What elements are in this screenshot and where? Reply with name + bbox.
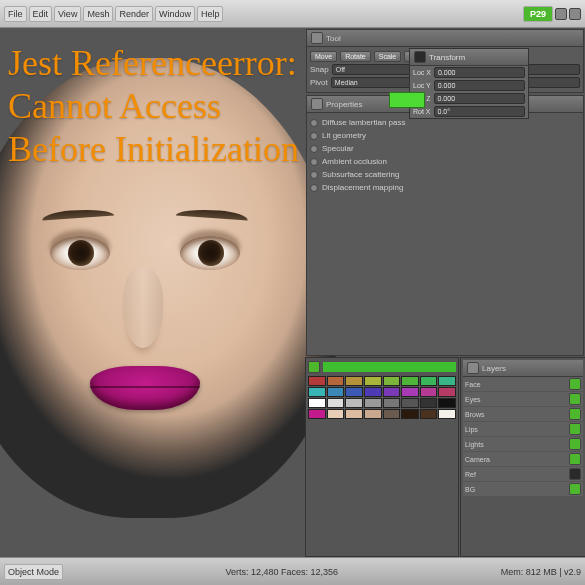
prop-label: Displacement mapping [322, 183, 403, 192]
color-swatch[interactable] [345, 376, 363, 386]
color-swatch[interactable] [308, 387, 326, 397]
color-swatch[interactable] [383, 398, 401, 408]
move-button[interactable]: Move [310, 51, 337, 62]
menu-window[interactable]: Window [155, 6, 195, 22]
color-swatch[interactable] [345, 398, 363, 408]
menu-mesh[interactable]: Mesh [83, 6, 113, 22]
layers-panel-header[interactable]: Layers [463, 360, 583, 377]
rot-x-field[interactable]: 0.0° [434, 106, 525, 117]
menu-file[interactable]: File [4, 6, 27, 22]
title-overlay: Jest Referenceerror: Cannot Access Befor… [8, 42, 299, 172]
menu-edit[interactable]: Edit [29, 6, 53, 22]
active-swatch-bar[interactable] [323, 362, 456, 372]
color-swatch[interactable] [401, 376, 419, 386]
color-swatch[interactable] [420, 409, 438, 419]
layer-row[interactable]: BG [463, 482, 583, 496]
active-marker[interactable] [389, 92, 425, 108]
prop-row[interactable]: Subsurface scattering [310, 168, 580, 181]
color-swatch[interactable] [364, 398, 382, 408]
color-swatch[interactable] [401, 398, 419, 408]
transform-panel[interactable]: Transform Loc X0.000 Loc Y0.000 Loc Z0.0… [409, 48, 529, 119]
prop-label: Lit geometry [322, 131, 366, 140]
title-line-3: Before Initialization [8, 128, 299, 171]
transform-panel-title: Transform [429, 53, 465, 62]
color-swatch[interactable] [383, 387, 401, 397]
color-swatch[interactable] [364, 376, 382, 386]
layer-row[interactable]: Eyes [463, 392, 583, 406]
eye-icon[interactable] [569, 423, 581, 435]
dot-icon [310, 145, 318, 153]
layers-panel-title: Layers [482, 364, 506, 373]
menu-help[interactable]: Help [197, 6, 224, 22]
tool-panel-header[interactable]: Tool [307, 30, 583, 47]
prop-row[interactable]: Specular [310, 142, 580, 155]
layer-name: Face [465, 381, 481, 388]
toolbar-badge[interactable]: P29 [523, 6, 553, 22]
menu-view[interactable]: View [54, 6, 81, 22]
loc-x-field[interactable]: 0.000 [434, 67, 525, 78]
eye-icon[interactable] [569, 438, 581, 450]
color-swatch[interactable] [420, 387, 438, 397]
palette-icon[interactable] [308, 361, 320, 373]
prop-label: Diffuse lambertian pass [322, 118, 405, 127]
prop-row[interactable]: Ambient occlusion [310, 155, 580, 168]
layer-name: Brows [465, 411, 484, 418]
prop-row[interactable]: Displacement mapping [310, 181, 580, 194]
color-swatch[interactable] [438, 376, 456, 386]
layer-row[interactable]: Lips [463, 422, 583, 436]
color-swatch[interactable] [308, 409, 326, 419]
color-swatch[interactable] [364, 387, 382, 397]
eye-icon[interactable] [569, 408, 581, 420]
loc-z-field[interactable]: 0.000 [434, 93, 525, 104]
color-swatch[interactable] [383, 409, 401, 419]
rotate-button[interactable]: Rotate [340, 51, 371, 62]
status-bar: Object Mode Verts: 12,480 Faces: 12,356 … [0, 557, 585, 585]
panel-grip-icon[interactable] [414, 51, 426, 63]
color-swatch[interactable] [345, 409, 363, 419]
color-swatch[interactable] [401, 409, 419, 419]
color-swatch[interactable] [327, 387, 345, 397]
color-swatch[interactable] [345, 387, 363, 397]
scale-button[interactable]: Scale [374, 51, 402, 62]
color-swatch[interactable] [364, 409, 382, 419]
brow-left [42, 207, 114, 220]
eye-icon[interactable] [569, 453, 581, 465]
color-swatch[interactable] [438, 398, 456, 408]
eye-icon[interactable] [569, 378, 581, 390]
layer-row[interactable]: Lights [463, 437, 583, 451]
layer-name: Lips [465, 426, 478, 433]
transform-panel-header[interactable]: Transform [410, 49, 528, 66]
prop-label: Subsurface scattering [322, 170, 399, 179]
lower-panels: Layers FaceEyesBrowsLipsLightsCameraRefB… [305, 357, 585, 557]
layout-icon[interactable] [569, 8, 581, 20]
loc-x-label: Loc X [413, 69, 431, 76]
layer-row[interactable]: Brows [463, 407, 583, 421]
color-swatch[interactable] [308, 376, 326, 386]
color-swatch[interactable] [420, 376, 438, 386]
list-icon [311, 98, 323, 110]
color-swatch[interactable] [401, 387, 419, 397]
color-swatch[interactable] [327, 398, 345, 408]
lip-line [90, 386, 200, 388]
layer-name: Camera [465, 456, 490, 463]
color-swatch[interactable] [438, 387, 456, 397]
dot-icon [310, 132, 318, 140]
menu-render[interactable]: Render [115, 6, 153, 22]
loc-y-field[interactable]: 0.000 [434, 80, 525, 91]
color-swatch[interactable] [327, 409, 345, 419]
eye-icon[interactable] [569, 393, 581, 405]
loc-y-label: Loc Y [413, 82, 431, 89]
gear-icon[interactable] [555, 8, 567, 20]
color-swatch[interactable] [383, 376, 401, 386]
layer-row[interactable]: Ref [463, 467, 583, 481]
eye-icon[interactable] [569, 483, 581, 495]
prop-row[interactable]: Lit geometry [310, 129, 580, 142]
color-swatch[interactable] [308, 398, 326, 408]
color-swatch[interactable] [420, 398, 438, 408]
layer-row[interactable]: Face [463, 377, 583, 391]
color-swatch[interactable] [327, 376, 345, 386]
layer-row[interactable]: Camera [463, 452, 583, 466]
color-swatch[interactable] [438, 409, 456, 419]
mode-indicator[interactable]: Object Mode [4, 564, 63, 580]
eye-icon[interactable] [569, 468, 581, 480]
